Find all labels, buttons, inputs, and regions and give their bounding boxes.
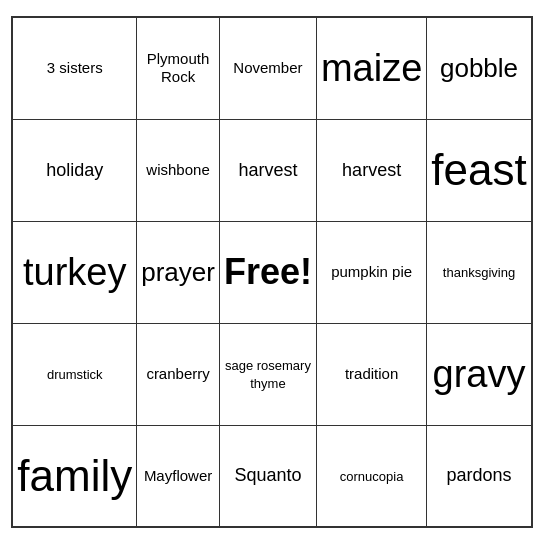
- cell-0-1: Plymouth Rock: [137, 17, 220, 119]
- cell-2-0: turkey: [12, 221, 136, 323]
- cell-2-3: pumpkin pie: [316, 221, 426, 323]
- cell-1-3: harvest: [316, 119, 426, 221]
- cell-1-0: holiday: [12, 119, 136, 221]
- cell-0-2: November: [219, 17, 316, 119]
- cell-2-4: thanksgiving: [427, 221, 532, 323]
- cell-0-0: 3 sisters: [12, 17, 136, 119]
- cell-3-3: tradition: [316, 323, 426, 425]
- cell-0-3: maize: [316, 17, 426, 119]
- cell-1-1: wishbone: [137, 119, 220, 221]
- cell-3-1: cranberry: [137, 323, 220, 425]
- cell-4-2: Squanto: [219, 425, 316, 527]
- cell-1-2: harvest: [219, 119, 316, 221]
- bingo-board: 3 sistersPlymouth RockNovembermaizegobbl…: [11, 16, 532, 528]
- cell-3-0: drumstick: [12, 323, 136, 425]
- cell-3-4: gravy: [427, 323, 532, 425]
- cell-0-4: gobble: [427, 17, 532, 119]
- cell-2-2: Free!: [219, 221, 316, 323]
- cell-4-1: Mayflower: [137, 425, 220, 527]
- cell-1-4: feast: [427, 119, 532, 221]
- cell-4-3: cornucopia: [316, 425, 426, 527]
- cell-4-0: family: [12, 425, 136, 527]
- cell-3-2: sage rosemary thyme: [219, 323, 316, 425]
- cell-4-4: pardons: [427, 425, 532, 527]
- cell-2-1: prayer: [137, 221, 220, 323]
